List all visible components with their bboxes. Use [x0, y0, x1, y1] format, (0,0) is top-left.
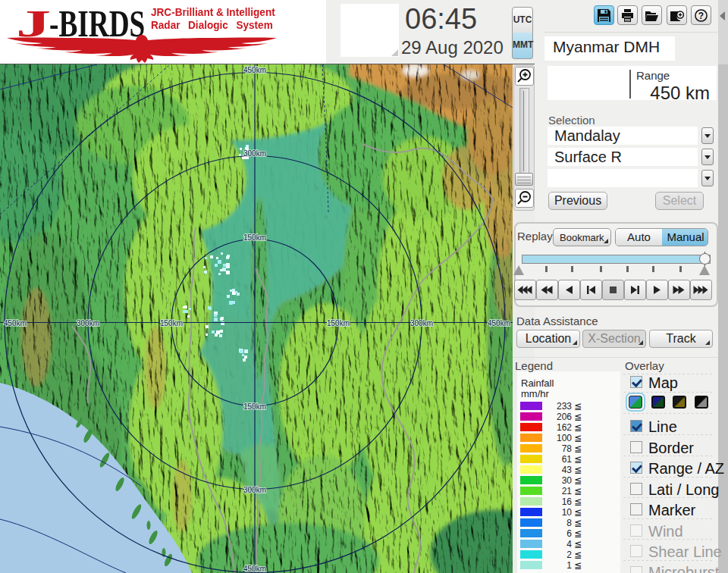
svg-text:450km: 450km — [243, 565, 266, 573]
svg-text:150km: 150km — [243, 402, 266, 411]
svg-text:150km: 150km — [327, 319, 350, 327]
svg-text:450km: 450km — [4, 319, 27, 327]
svg-text:450km: 450km — [243, 66, 266, 74]
svg-text:150km: 150km — [160, 319, 183, 327]
svg-text:?: ? — [698, 11, 704, 21]
svg-text:150km: 150km — [243, 233, 266, 242]
svg-text:300km: 300km — [243, 149, 266, 158]
svg-text:300km: 300km — [77, 319, 99, 327]
svg-text:300km: 300km — [410, 319, 433, 327]
svg-text:300km: 300km — [243, 486, 266, 494]
svg-text:450km: 450km — [488, 319, 510, 327]
